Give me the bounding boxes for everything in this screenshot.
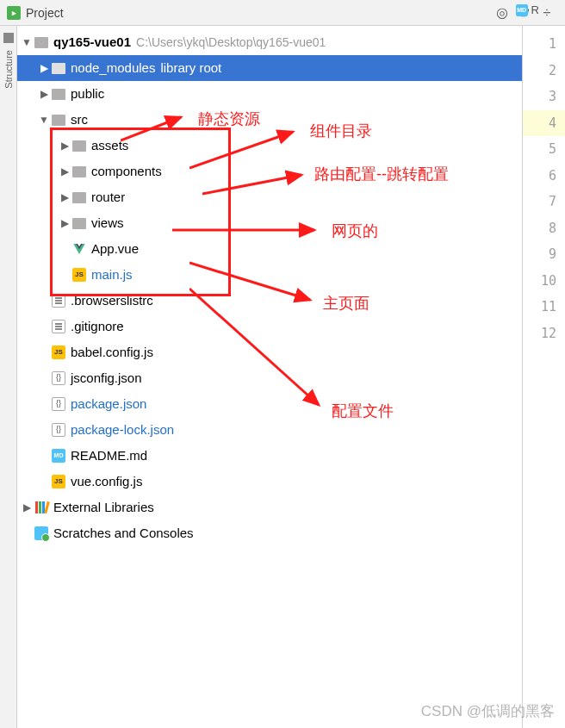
chevron-right-icon[interactable]: ▶	[38, 86, 50, 102]
folder-icon	[72, 218, 86, 229]
tree-label: vue.config.js	[71, 472, 142, 492]
json-icon: {}	[52, 371, 65, 385]
line-number: 4	[523, 110, 565, 137]
line-number: 8	[523, 215, 565, 242]
tree-folder-components[interactable]: ▶ components	[17, 159, 522, 184]
tree-scratches[interactable]: Scratches and Consoles	[17, 520, 522, 546]
folder-icon	[52, 63, 65, 74]
tree-path: C:\Users\ykq\Desktop\qy165-vue01	[136, 34, 326, 52]
folder-icon	[34, 37, 48, 48]
line-number: 10	[523, 268, 565, 295]
tree-file-package-lock[interactable]: {} package-lock.json	[17, 417, 522, 443]
tree-file-babel-config[interactable]: JS babel.config.js	[17, 339, 522, 365]
text-file-icon	[52, 320, 65, 333]
tree-label: README.md	[71, 446, 147, 466]
tree-file-browserslistrc[interactable]: .browserslistrc	[17, 288, 522, 314]
line-number: 2	[523, 58, 565, 84]
tree-folder-assets[interactable]: ▶ assets	[17, 133, 522, 159]
js-icon: JS	[52, 475, 65, 488]
line-number: 12	[523, 320, 565, 347]
folder-icon	[72, 140, 86, 152]
tree-root[interactable]: ▼ qy165-vue01 C:\Users\ykq\Desktop\qy165…	[17, 29, 522, 55]
left-rail: Structure	[0, 26, 17, 728]
line-number: 11	[523, 294, 565, 320]
editor-tab[interactable]: MD R	[516, 3, 539, 16]
tree-label: qy165-vue01	[53, 33, 131, 53]
tree-label: router	[91, 188, 125, 208]
tree-label: package-lock.json	[71, 420, 174, 440]
tree-file-vue-config[interactable]: JS vue.config.js	[17, 469, 522, 495]
chevron-right-icon[interactable]: ▶	[38, 60, 50, 76]
tree-file-package-json[interactable]: {} package.json	[17, 391, 522, 417]
chevron-down-icon[interactable]: ▼	[21, 34, 33, 50]
line-number: 3	[523, 84, 565, 110]
tree-external-libraries[interactable]: ▶ External Libraries	[17, 495, 522, 520]
tree-label: jsconfig.json	[71, 369, 142, 389]
tree-label: .browserslistrc	[71, 291, 153, 311]
tree-label: package.json	[71, 395, 146, 414]
folder-icon	[72, 166, 86, 177]
rail-structure-label[interactable]: Structure	[3, 50, 14, 89]
tree-suffix: library root	[160, 59, 221, 78]
editor-tab-label: R	[531, 3, 539, 16]
project-tree-panel: ▼ qy165-vue01 C:\Users\ykq\Desktop\qy165…	[17, 26, 522, 728]
chevron-right-icon[interactable]: ▶	[59, 215, 71, 231]
scratch-icon	[34, 526, 48, 540]
tree-label: .gitignore	[71, 317, 124, 337]
folder-icon	[52, 89, 65, 100]
js-icon: JS	[72, 268, 86, 282]
tree-label: components	[91, 162, 162, 182]
line-number: 9	[523, 241, 565, 268]
line-number: 5	[523, 136, 565, 163]
chevron-right-icon[interactable]: ▶	[21, 500, 33, 515]
json-icon: {}	[52, 397, 65, 411]
chevron-right-icon[interactable]: ▶	[59, 190, 71, 205]
watermark: CSDN @低调的黑客	[421, 701, 555, 721]
tree-label: views	[91, 214, 124, 233]
line-number: 6	[523, 163, 565, 190]
tree-label: src	[71, 110, 88, 130]
top-toolbar: ▸ Project ◎ ⤢ ÷	[0, 0, 565, 26]
editor-gutter: 1 2 3 4 5 6 7 8 9 10 11 12	[522, 26, 565, 728]
tree-file-main-js[interactable]: JS main.js	[17, 262, 522, 288]
tree-label: public	[71, 84, 104, 104]
target-icon[interactable]: ◎	[494, 4, 511, 22]
tree-label: assets	[91, 136, 128, 156]
tree-folder-public[interactable]: ▶ public	[17, 81, 522, 107]
project-tab-label[interactable]: Project	[26, 6, 64, 20]
chevron-right-icon[interactable]: ▶	[59, 164, 71, 179]
library-icon	[35, 501, 48, 513]
tree-folder-src[interactable]: ▼ src	[17, 107, 522, 133]
tree-label: App.vue	[91, 240, 139, 259]
collapse-icon[interactable]: ÷	[538, 4, 556, 22]
folder-icon	[52, 115, 65, 126]
markdown-icon: MD	[516, 4, 528, 16]
vue-icon	[72, 242, 86, 256]
chevron-right-icon[interactable]: ▶	[59, 138, 71, 153]
text-file-icon	[52, 294, 65, 308]
markdown-icon: MD	[52, 449, 65, 463]
tree-file-jsconfig[interactable]: {} jsconfig.json	[17, 365, 522, 391]
tree-label: babel.config.js	[71, 343, 153, 363]
tree-file-readme[interactable]: MD README.md	[17, 443, 522, 469]
js-icon: JS	[52, 345, 65, 359]
tree-label: External Libraries	[53, 498, 154, 518]
rail-marker-icon	[3, 33, 14, 43]
line-number: 1	[523, 31, 565, 58]
tree-node-modules[interactable]: ▶ node_modules library root	[17, 55, 522, 81]
tree-file-app-vue[interactable]: App.vue	[17, 236, 522, 262]
tree-label: node_modules	[71, 59, 155, 78]
folder-icon	[72, 192, 86, 203]
tree-label: main.js	[91, 265, 133, 285]
project-tree[interactable]: ▼ qy165-vue01 C:\Users\ykq\Desktop\qy165…	[17, 26, 522, 550]
project-tab-icon: ▸	[7, 6, 21, 20]
tree-label: Scratches and Consoles	[53, 524, 194, 544]
chevron-down-icon[interactable]: ▼	[38, 112, 50, 128]
tree-file-gitignore[interactable]: .gitignore	[17, 314, 522, 339]
tree-folder-views[interactable]: ▶ views	[17, 210, 522, 236]
line-number: 7	[523, 189, 565, 215]
json-icon: {}	[52, 423, 65, 437]
tree-folder-router[interactable]: ▶ router	[17, 184, 522, 210]
